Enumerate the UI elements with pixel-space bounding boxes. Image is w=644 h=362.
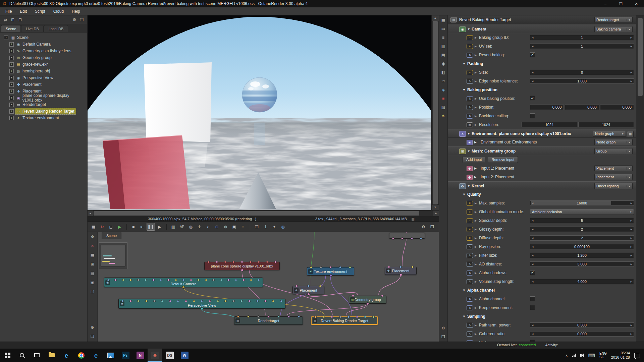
tab-scene[interactable]: Scene [1, 25, 21, 32]
expand-viewport-icon[interactable]: ❒ [428, 223, 436, 231]
nodegraph-tab-scene[interactable]: Scene [102, 232, 121, 239]
layout-nodes-icon[interactable]: ▤ [89, 270, 96, 277]
menu-help[interactable]: Help [68, 7, 84, 15]
node-default-camera[interactable]: ◉Default Camera [104, 278, 263, 287]
slider-ao-distance[interactable]: ◄3.000► [530, 261, 634, 267]
horizontal-scroll-thumb[interactable] [94, 211, 419, 216]
script-editor-panel-icon[interactable]: ▤ [440, 52, 447, 58]
expander-caret-icon[interactable]: ▶ [475, 115, 477, 118]
tree-item-geometry-as-a-fisheye-lens[interactable]: +✎Geometry as a fisheye lens. [0, 48, 87, 54]
panel-settings-icon[interactable]: ⚙ [440, 325, 447, 331]
language-indicator[interactable]: ENG SG [599, 352, 607, 359]
slider-decrease-icon[interactable]: ◄ [531, 71, 534, 74]
node-revert-baking-render-target[interactable]: ▭Revert Baking Render Target [311, 316, 378, 325]
expander-caret-icon[interactable]: ▶ [475, 45, 477, 48]
keyboard-icon[interactable]: ⌨ [588, 353, 595, 358]
clock[interactable]: 05:34 2016-01-28 [611, 351, 630, 360]
lock-viewport-icon[interactable]: ✦ [270, 223, 278, 231]
inspector-scroll-thumb[interactable] [638, 18, 643, 96]
start-button[interactable] [0, 349, 15, 362]
node-rendertarget[interactable]: ▭Rendertarget [234, 316, 303, 325]
task-view-button[interactable] [30, 349, 44, 362]
scroll-left-icon[interactable]: ◄ [88, 210, 93, 216]
chrome-button[interactable] [74, 349, 89, 362]
checkbox-alpha-channel[interactable] [530, 296, 535, 301]
clay-mode-icon[interactable]: ◍ [186, 223, 195, 231]
octane-live-icon[interactable]: ◍ [279, 223, 287, 231]
export-image-icon[interactable]: ↥ [261, 223, 270, 231]
water-material-icon[interactable]: ◈ [440, 86, 447, 93]
ungroup-nodes-icon[interactable]: ▢ [89, 288, 96, 295]
expander-caret-icon[interactable]: ▶ [475, 210, 477, 214]
daz-studio-button[interactable]: DS [162, 349, 177, 362]
expand-outliner-icon[interactable]: ❒ [78, 16, 86, 23]
scroll-down-icon[interactable]: ▼ [432, 204, 439, 210]
outliner-settings-icon[interactable]: ⚙ [71, 16, 78, 23]
material-picker-icon[interactable]: ✛ [195, 223, 204, 231]
slider-increase-icon[interactable]: ► [630, 280, 633, 283]
tree-item-placement[interactable]: +✚Placement [0, 81, 87, 88]
tree-expander-icon[interactable]: + [9, 116, 14, 120]
file-browser-icon[interactable]: ▱ [440, 78, 447, 84]
slider-decrease-icon[interactable]: ◄ [531, 202, 534, 205]
dropdown-kernel-group[interactable]: Direct lighting▼ [594, 183, 633, 189]
octane-render-button[interactable]: ◉ [148, 349, 162, 362]
expander-caret-icon[interactable]: ▶ [475, 106, 477, 109]
slider-decrease-icon[interactable]: ◄ [531, 324, 534, 327]
tree-expander-icon[interactable]: + [9, 42, 14, 47]
tree-item-geometry-group[interactable]: +⊞Geometry group [0, 54, 87, 61]
slider-decrease-icon[interactable]: ◄ [531, 333, 534, 336]
nodegraph-minimap[interactable] [99, 242, 127, 269]
slider-increase-icon[interactable]: ► [630, 254, 633, 257]
expander-caret-icon[interactable]: ▶ [475, 123, 477, 126]
slider-volume-step-length[interactable]: ◄4.000► [530, 279, 634, 284]
expander-caret-icon[interactable]: ▶ [475, 245, 477, 248]
align-nodes-icon[interactable]: ⊞ [89, 261, 96, 267]
tree-item-texture-environment[interactable]: +☀Texture environment [0, 115, 87, 121]
scroll-right-icon[interactable]: ► [433, 210, 439, 216]
expander-caret-icon[interactable]: ▶ [475, 263, 477, 266]
expander-caret-icon[interactable]: ▶ [475, 202, 477, 205]
render-viewport-panel-icon[interactable]: ▭ [440, 25, 447, 32]
tree-expander-icon[interactable]: + [9, 89, 14, 94]
slider-path-term-power[interactable]: ◄0.300► [530, 322, 634, 328]
dropdown-global-illumination-mode[interactable]: Ambient occlusion▼ [530, 209, 634, 215]
slider-increase-icon[interactable]: ► [630, 45, 633, 48]
section-caret-icon[interactable]: ▼ [463, 315, 466, 318]
tree-item-hemisphere-obj[interactable]: +◍hemisphere.obj [0, 68, 87, 74]
section-caret-icon[interactable]: ▼ [463, 62, 466, 65]
tray-chevron-icon[interactable]: ∧ [566, 354, 568, 357]
copy-image-icon[interactable]: ❐ [253, 223, 261, 231]
collapse-all-icon[interactable]: ⊟ [16, 16, 24, 23]
imager-settings-icon[interactable]: ≡ [239, 223, 247, 231]
slider-decrease-icon[interactable]: ◄ [531, 80, 534, 83]
subsampling-icon[interactable]: ▥ [169, 223, 177, 231]
slider-baking-group-id[interactable]: ◄1► [530, 35, 634, 40]
select-mode-icon[interactable]: ✥ [89, 234, 96, 240]
value-field-resolution-1[interactable]: 1024 [578, 122, 634, 127]
texture-preview-icon[interactable]: ▨ [440, 104, 447, 111]
resume-render-icon[interactable]: ▶ [155, 223, 164, 231]
slider-size[interactable]: ◄0► [530, 70, 634, 75]
node-placement-1[interactable]: ✚Placement [292, 286, 324, 294]
expander-caret-icon[interactable]: ▶ [475, 36, 477, 39]
checkbox-alpha-shadows[interactable]: ✓ [530, 270, 535, 275]
sync-selection-icon[interactable]: ⇄ [2, 16, 9, 23]
expander-caret-icon[interactable]: ▶ [475, 272, 477, 275]
checkbox-backface-culling[interactable] [530, 113, 535, 118]
zoom-icon[interactable]: ⊛ [221, 223, 230, 231]
tree-item-plane-cone-sphere-display-v1001-orbx[interactable]: +▣plane cone sphere display v1001.orbx [0, 95, 87, 101]
outliner-panel-icon[interactable]: ≡ [440, 34, 447, 41]
expander-caret-icon[interactable]: ▶ [475, 280, 477, 283]
checkbox-keep-environment[interactable] [530, 305, 535, 310]
node-plane-cone-sphere-display-orbx[interactable]: plane cone sphere display v1001.orbx [204, 262, 280, 270]
value-field-position-2[interactable]: 0.000 [600, 105, 634, 110]
expander-caret-icon[interactable]: ▶ [474, 140, 477, 144]
slider-increase-icon[interactable]: ► [630, 245, 633, 248]
camera-preset-icon[interactable]: ◉ [440, 60, 447, 67]
slider-decrease-icon[interactable]: ◄ [531, 280, 534, 283]
dropdown-environment-out[interactable]: Node graph▼ [594, 139, 633, 145]
menu-script[interactable]: Script [31, 7, 49, 15]
node-placement-2[interactable]: ✚Placement [385, 267, 417, 275]
tree-expander-icon[interactable]: + [9, 96, 14, 100]
